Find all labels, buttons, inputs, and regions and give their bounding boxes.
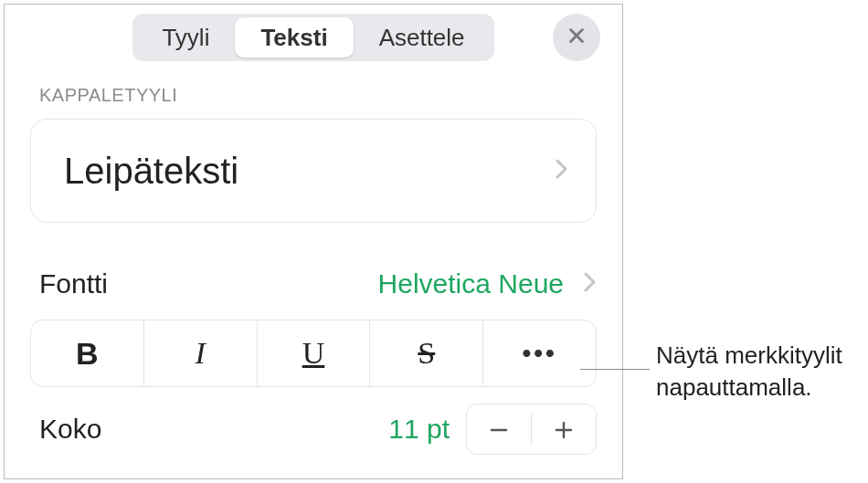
- size-stepper: [466, 404, 597, 455]
- chevron-right-icon: [556, 158, 568, 184]
- font-row[interactable]: Fontti Helvetica Neue: [5, 254, 622, 314]
- close-icon: [566, 26, 587, 49]
- tab-style[interactable]: Tyyli: [136, 17, 235, 58]
- size-value: 11 pt: [388, 414, 450, 445]
- minus-icon: [489, 412, 509, 447]
- segmented-control: Tyyli Teksti Asettele: [132, 14, 493, 61]
- chevron-right-icon: [584, 271, 597, 297]
- underline-button[interactable]: U: [258, 320, 371, 386]
- font-value: Helvetica Neue: [378, 268, 564, 299]
- paragraph-style-value: Leipäteksti: [64, 151, 238, 192]
- paragraph-style-selector[interactable]: Leipäteksti: [30, 119, 597, 223]
- italic-button[interactable]: I: [144, 320, 258, 386]
- tab-bar-row: Tyyli Teksti Asettele: [5, 14, 622, 61]
- callout-line-1: Näytä merkkityylit: [656, 340, 842, 372]
- callout-leader-line: [580, 369, 650, 370]
- plus-icon: [554, 412, 574, 447]
- close-button[interactable]: [553, 14, 600, 61]
- size-decrease-button[interactable]: [467, 404, 531, 454]
- more-button[interactable]: •••: [483, 320, 596, 386]
- callout-text: Näytä merkkityylit napauttamalla.: [656, 340, 842, 404]
- size-row: Koko 11 pt: [5, 402, 622, 457]
- size-label: Koko: [39, 414, 101, 445]
- section-label-paragraph-style: KAPPALETYYLI: [5, 61, 622, 113]
- strikethrough-button[interactable]: S: [370, 320, 483, 386]
- tab-layout[interactable]: Asettele: [354, 17, 491, 58]
- tab-text[interactable]: Teksti: [235, 17, 353, 58]
- font-label: Fontti: [39, 268, 108, 299]
- size-increase-button[interactable]: [532, 404, 596, 454]
- format-button-row: B I U S •••: [30, 320, 597, 387]
- bold-button[interactable]: B: [31, 320, 144, 386]
- format-panel: Tyyli Teksti Asettele KAPPALETYYLI Leipä…: [4, 4, 623, 479]
- callout-line-2: napauttamalla.: [656, 372, 842, 404]
